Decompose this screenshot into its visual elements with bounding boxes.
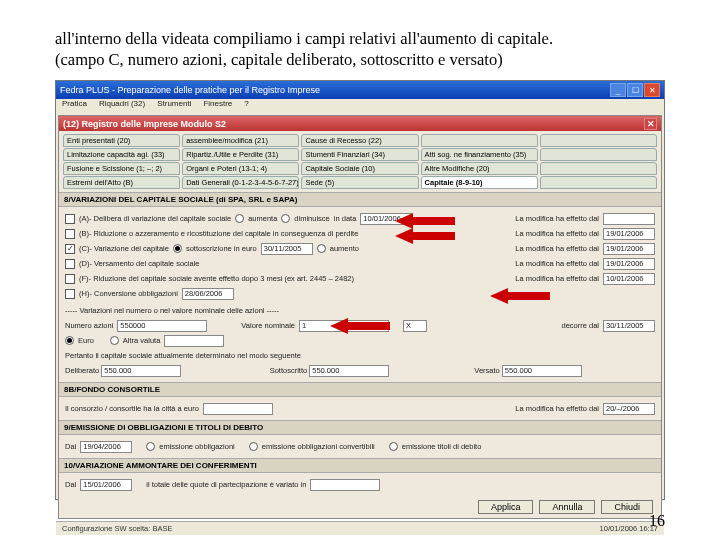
radio-obbl2[interactable] (249, 442, 258, 451)
applica-button[interactable]: Applica (478, 500, 534, 514)
rdate-f[interactable]: 10/01/2006 (603, 273, 655, 285)
menubar: Pratica Riquadri (32) Strumenti Finestre… (56, 99, 664, 113)
tab-r3c2[interactable]: Organi e Poteri (13-1; 4) (182, 162, 299, 175)
checkbox-h[interactable] (65, 289, 75, 299)
minimize-button[interactable]: _ (610, 83, 626, 97)
tab-r1c4[interactable] (421, 134, 538, 147)
menu-help[interactable]: ? (244, 99, 248, 113)
menu-pratica[interactable]: Pratica (62, 99, 87, 113)
menu-riquadri[interactable]: Riquadri (32) (99, 99, 145, 113)
arrow-4 (330, 318, 390, 334)
svg-marker-1 (395, 228, 455, 244)
status-left: Configurazione SW scelta: BASE (62, 524, 172, 533)
tab-r2c2[interactable]: Ripartiz./Utile e Perdite (31) (182, 148, 299, 161)
tab-r3c5[interactable] (540, 162, 657, 175)
tab-r2c4[interactable]: Atti sog. ne finanziamento (35) (421, 148, 538, 161)
fondo-date[interactable]: 20/–/2006 (603, 403, 655, 415)
inner-title: (12) Registro delle Imprese Modulo S2 (63, 119, 226, 129)
rdate-a[interactable] (603, 213, 655, 225)
radio-altra-valuta[interactable] (110, 336, 119, 345)
tab-r4c3[interactable]: Sede (5) (301, 176, 418, 189)
section-variazioni: 8/VARIAZIONI DEL CAPITALE SOCIALE (di SP… (59, 192, 661, 207)
valuta-input[interactable] (164, 335, 224, 347)
close-button[interactable]: ✕ (644, 83, 660, 97)
conf-date[interactable]: 15/01/2006 (80, 479, 132, 491)
sottoscritto-input[interactable]: 550.000 (309, 365, 389, 377)
rdate-b[interactable]: 19/01/2006 (603, 228, 655, 240)
tab-r1c5[interactable] (540, 134, 657, 147)
tab-capitale[interactable]: Capitale (8-9-10) (421, 176, 538, 189)
section-obbl: 9/EMISSIONE DI OBBLIGAZIONI E TITOLI DI … (59, 420, 661, 435)
svg-marker-0 (395, 213, 455, 229)
tab-r1c3[interactable]: Cause di Recesso (22) (301, 134, 418, 147)
radio-c-sottoscr[interactable] (173, 244, 182, 253)
date-h[interactable]: 28/06/2006 (182, 288, 234, 300)
tab-r4c2[interactable]: Dati Generali (0-1-2-3-4-5-6-7-27) (182, 176, 299, 189)
date-c[interactable]: 30/11/2005 (261, 243, 313, 255)
label-h: (H)- Conversione obbligazioni (79, 289, 178, 298)
radio-obbl3[interactable] (389, 442, 398, 451)
tab-r4c1[interactable]: Estremi dell'Atto (B) (63, 176, 180, 189)
radio-a-diminuisce[interactable] (281, 214, 290, 223)
checkbox-c[interactable]: ✓ (65, 244, 75, 254)
label-d: (D)- Versamento del capitale sociale (79, 259, 511, 268)
conf-val[interactable] (310, 479, 380, 491)
radio-obbl1[interactable] (146, 442, 155, 451)
capitale-line: Pertanto il capitale sociale attualmente… (65, 351, 301, 360)
obbl-date[interactable]: 19/04/2006 (80, 441, 132, 453)
inner-close-button[interactable]: ✕ (644, 118, 657, 130)
tab-r2c5[interactable] (540, 148, 657, 161)
status-bar: Configurazione SW scelta: BASE 10/01/200… (56, 521, 664, 535)
caption-line1: all'interno della videata compiliamo i c… (55, 28, 553, 49)
label-c: (C)- Variazione del capitale (79, 244, 169, 253)
tab-r3c3[interactable]: Capitale Sociale (10) (301, 162, 418, 175)
tab-r2c1[interactable]: Limitazione capacità agi. (33) (63, 148, 180, 161)
page-number: 16 (649, 512, 665, 530)
svg-marker-2 (490, 288, 550, 304)
maximize-button[interactable]: ☐ (627, 83, 643, 97)
checkbox-a[interactable] (65, 214, 75, 224)
label-a: (A)- Delibera di variazione del capitale… (79, 214, 231, 223)
tab-grid: Enti presentati (20) assemblee/modifica … (59, 131, 661, 192)
tab-r4c5[interactable] (540, 176, 657, 189)
chiudi-button[interactable]: Chiudi (601, 500, 653, 514)
tab-r2c3[interactable]: Stumenti Finanziari (34) (301, 148, 418, 161)
annulla-button[interactable]: Annulla (539, 500, 595, 514)
versato-input[interactable]: 550.000 (502, 365, 582, 377)
fondo-val[interactable] (203, 403, 273, 415)
numero-azioni-input[interactable]: 550000 (117, 320, 207, 332)
radio-a-aumenta[interactable] (235, 214, 244, 223)
svg-marker-3 (330, 318, 390, 334)
checkbox-b[interactable] (65, 229, 75, 239)
section-conf: 10/VARIAZIONE AMMONTARE DEI CONFERIMENTI (59, 458, 661, 473)
arrow-2 (395, 228, 455, 244)
azioni-header: ----- Variazioni nel numero o nel valore… (65, 306, 279, 315)
titlebar: Fedra PLUS - Preparazione delle pratiche… (56, 81, 664, 99)
unit-input[interactable]: X (403, 320, 427, 332)
rdate-d[interactable]: 19/01/2006 (603, 258, 655, 270)
radio-euro[interactable] (65, 336, 74, 345)
tab-r3c4[interactable]: Altre Modifiche (20) (421, 162, 538, 175)
tab-r3c1[interactable]: Fusione e Scissione (1; –; 2) (63, 162, 180, 175)
app-window: Fedra PLUS - Preparazione delle pratiche… (55, 80, 665, 500)
caption-line2: (campo C, numero azioni, capitale delibe… (55, 49, 553, 70)
window-title: Fedra PLUS - Preparazione delle pratiche… (60, 85, 320, 95)
checkbox-f[interactable] (65, 274, 75, 284)
decorrenza-date[interactable]: 30/11/2005 (603, 320, 655, 332)
label-f: (F)- Riduzione del capitale sociale aven… (79, 274, 511, 283)
checkbox-d[interactable] (65, 259, 75, 269)
arrow-1 (395, 213, 455, 229)
rdate-c[interactable]: 19/01/2006 (603, 243, 655, 255)
deliberato-input[interactable]: 550.000 (101, 365, 181, 377)
tab-r1c1[interactable]: Enti presentati (20) (63, 134, 180, 147)
section-fondo: 8B/FONDO CONSORTILE (59, 382, 661, 397)
tab-r1c2[interactable]: assemblee/modifica (21) (182, 134, 299, 147)
menu-strumenti[interactable]: Strumenti (157, 99, 191, 113)
radio-c-aumento[interactable] (317, 244, 326, 253)
menu-finestre[interactable]: Finestre (203, 99, 232, 113)
inner-window: (12) Registro delle Imprese Modulo S2 ✕ … (58, 115, 662, 519)
arrow-3 (490, 288, 550, 304)
